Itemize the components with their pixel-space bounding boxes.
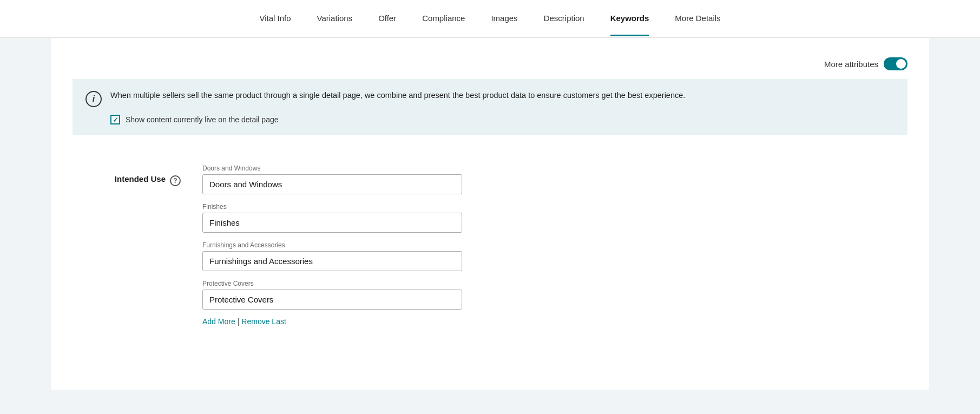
help-icon[interactable]: ? — [170, 175, 181, 186]
add-more-link[interactable]: Add More — [202, 317, 235, 326]
intended-use-input-4[interactable] — [202, 290, 462, 310]
form-label-column: Intended Use ? — [73, 157, 181, 326]
show-live-content-row[interactable]: ✓ Show content currently live on the det… — [110, 115, 895, 124]
info-banner: i When multiple sellers sell the same pr… — [73, 79, 907, 135]
nav-item-offer[interactable]: Offer — [378, 2, 396, 36]
field-sublabel-4: Protective Covers — [202, 280, 462, 287]
nav-item-images[interactable]: Images — [491, 2, 517, 36]
intended-use-form: Intended Use ? Doors and Windows Finishe… — [73, 152, 907, 331]
show-live-content-label: Show content currently live on the detai… — [126, 115, 279, 124]
nav-item-keywords[interactable]: Keywords — [610, 2, 649, 36]
main-content: More attributes i When multiple sellers … — [0, 38, 980, 390]
field-sublabel-2: Finishes — [202, 203, 462, 211]
intended-use-input-2[interactable] — [202, 213, 462, 233]
attributes-label: More attributes — [824, 60, 878, 69]
field-group-1: Doors and Windows — [202, 157, 462, 194]
nav-item-variations[interactable]: Variations — [317, 2, 353, 36]
action-separator: | — [238, 317, 240, 326]
attributes-toggle-row: More attributes — [73, 49, 907, 79]
nav-item-more-details[interactable]: More Details — [675, 2, 720, 36]
form-fields-column: Doors and Windows Finishes Furnishings a… — [202, 157, 462, 326]
field-sublabel-3: Furnishings and Accessories — [202, 241, 462, 249]
content-panel: More attributes i When multiple sellers … — [51, 38, 929, 390]
field-group-2: Finishes — [202, 195, 462, 233]
more-attributes-toggle[interactable] — [884, 57, 907, 70]
show-live-content-checkbox[interactable]: ✓ — [110, 115, 120, 124]
nav-item-compliance[interactable]: Compliance — [422, 2, 465, 36]
nav-item-vital-info[interactable]: Vital Info — [259, 2, 291, 36]
top-navigation: Vital InfoVariationsOfferComplianceImage… — [0, 0, 980, 38]
nav-item-description[interactable]: Description — [544, 2, 584, 36]
intended-use-input-3[interactable] — [202, 251, 462, 271]
info-icon: i — [85, 91, 102, 107]
info-banner-text: When multiple sellers sell the same prod… — [110, 90, 685, 102]
action-links: Add More | Remove Last — [202, 317, 462, 326]
checkmark-icon: ✓ — [113, 116, 119, 123]
info-banner-top: i When multiple sellers sell the same pr… — [85, 90, 895, 107]
remove-last-link[interactable]: Remove Last — [241, 317, 286, 326]
field-group-4: Protective Covers — [202, 272, 462, 310]
intended-use-label: Intended Use — [115, 174, 166, 183]
intended-use-input-1[interactable] — [202, 174, 462, 194]
field-group-3: Furnishings and Accessories — [202, 234, 462, 271]
field-sublabel-1: Doors and Windows — [202, 165, 462, 172]
